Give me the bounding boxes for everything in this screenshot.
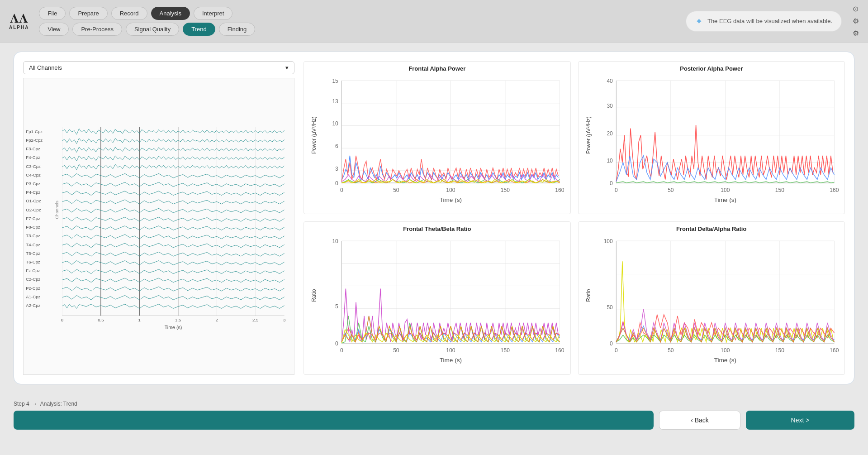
ai-message: The EEG data will be visualized when ava… xyxy=(707,18,832,24)
svg-text:F4-Cpz: F4-Cpz xyxy=(26,155,40,160)
svg-text:P4-Cpz: P4-Cpz xyxy=(26,190,40,195)
nav-btn-preprocess[interactable]: Pre-Process xyxy=(72,23,122,36)
ai-star-icon: ✦ xyxy=(695,16,703,27)
svg-text:0: 0 xyxy=(610,340,613,347)
nav-btn-analysis[interactable]: Analysis xyxy=(151,7,190,20)
svg-text:C4-Cpz: C4-Cpz xyxy=(26,172,41,177)
svg-text:160: 160 xyxy=(555,347,564,354)
nav-btn-finding[interactable]: Finding xyxy=(219,23,256,36)
nav-btn-interpret[interactable]: Interpret xyxy=(194,7,232,20)
chart-title-frontal-delta-alpha: Frontal Delta/Alpha Ratio xyxy=(676,225,746,232)
svg-text:10: 10 xyxy=(332,120,338,127)
svg-text:50: 50 xyxy=(607,304,613,311)
eeg-svg: Fp1-Cpz Fp2-Cpz F3-Cpz F4-Cpz C3-Cpz C4-… xyxy=(24,78,294,374)
svg-text:100: 100 xyxy=(446,187,455,193)
svg-text:Time (s): Time (s) xyxy=(165,325,182,330)
svg-text:Fp2-Cpz: Fp2-Cpz xyxy=(26,138,43,143)
svg-text:0: 0 xyxy=(61,317,63,322)
svg-text:3: 3 xyxy=(335,166,338,172)
svg-text:Fp1-Cpz: Fp1-Cpz xyxy=(26,129,43,134)
step-arrow-icon: → xyxy=(32,401,38,407)
svg-text:10: 10 xyxy=(607,158,613,164)
svg-text:0: 0 xyxy=(610,180,613,187)
nav-btn-record[interactable]: Record xyxy=(111,7,147,20)
svg-text:160: 160 xyxy=(830,347,839,354)
back-button[interactable]: ‹ Back xyxy=(659,411,740,430)
svg-text:100: 100 xyxy=(446,347,455,354)
svg-text:3: 3 xyxy=(283,317,285,322)
settings-icon-2[interactable]: ⚙ xyxy=(853,17,859,25)
chart-title-posterior-alpha: Posterior Alpha Power xyxy=(680,65,743,72)
svg-text:50: 50 xyxy=(393,187,399,193)
chart-svg-frontal-theta-beta: 0 5 10 0 50 100 150 160 Time (s) Ratio xyxy=(308,234,567,370)
svg-text:10: 10 xyxy=(332,238,338,244)
settings-icon-1[interactable]: ⊙ xyxy=(853,5,859,13)
svg-text:F3-Cpz: F3-Cpz xyxy=(26,146,40,151)
svg-text:160: 160 xyxy=(830,187,839,193)
logo-icon: 𝚲𝚲 xyxy=(10,12,28,25)
nav-btn-signal quality[interactable]: Signal Quality xyxy=(126,23,179,36)
svg-text:Power (μV²/Hz): Power (μV²/Hz) xyxy=(585,116,592,154)
nav-row-2: ViewPre-ProcessSignal QualityTrendFindin… xyxy=(39,23,255,36)
nav-row-1: FilePrepareRecordAnalysisInterpret xyxy=(39,7,255,20)
svg-text:50: 50 xyxy=(668,187,674,193)
svg-text:50: 50 xyxy=(668,347,674,354)
logo-text: ALPHA xyxy=(9,25,29,30)
svg-text:1: 1 xyxy=(138,317,141,322)
svg-text:150: 150 xyxy=(775,347,784,354)
svg-text:150: 150 xyxy=(501,347,510,354)
ai-badge: ✦ The EEG data will be visualized when a… xyxy=(686,11,842,32)
svg-text:Pz-Cpz: Pz-Cpz xyxy=(26,286,40,291)
next-button[interactable]: Next > xyxy=(746,411,854,430)
svg-text:160: 160 xyxy=(555,187,564,193)
svg-text:Channels: Channels xyxy=(54,201,59,219)
svg-rect-0 xyxy=(24,122,294,330)
chart-svg-frontal-alpha: 0 3 6 10 13 15 0 50 100 150 160 Time (s)… xyxy=(308,74,567,210)
svg-text:150: 150 xyxy=(501,187,510,193)
svg-text:O1-Cpz: O1-Cpz xyxy=(26,198,41,203)
chart-svg-frontal-delta-alpha: 0 50 100 0 50 100 150 160 Time (s) Ratio xyxy=(582,234,841,370)
svg-text:Ratio: Ratio xyxy=(585,289,592,302)
svg-text:C3-Cpz: C3-Cpz xyxy=(26,164,41,169)
svg-text:T6-Cpz: T6-Cpz xyxy=(26,259,40,264)
svg-text:Cz-Cpz: Cz-Cpz xyxy=(26,277,40,282)
svg-text:2.5: 2.5 xyxy=(252,317,258,322)
svg-text:T5-Cpz: T5-Cpz xyxy=(26,251,40,256)
svg-text:A1-Cpz: A1-Cpz xyxy=(26,294,40,299)
svg-text:F7-Cpz: F7-Cpz xyxy=(26,216,40,221)
step-label: Step 4 xyxy=(14,401,29,407)
svg-text:0: 0 xyxy=(340,347,343,354)
chart-frontal-delta-alpha: Frontal Delta/Alpha Ratio 0 50 100 xyxy=(578,221,845,374)
eeg-panel: All Channels ▾ xyxy=(23,61,294,375)
header: 𝚲𝚲 ALPHA FilePrepareRecordAnalysisInterp… xyxy=(0,0,868,43)
chevron-down-icon: ▾ xyxy=(285,64,289,71)
svg-rect-41 xyxy=(308,74,566,210)
svg-text:0: 0 xyxy=(335,180,338,187)
svg-text:O2-Cpz: O2-Cpz xyxy=(26,207,41,212)
svg-text:50: 50 xyxy=(393,347,399,354)
nav-rows: FilePrepareRecordAnalysisInterpret ViewP… xyxy=(39,7,255,36)
nav-btn-prepare[interactable]: Prepare xyxy=(69,7,107,20)
logo: 𝚲𝚲 ALPHA xyxy=(9,12,29,30)
eeg-chart-area: Fp1-Cpz Fp2-Cpz F3-Cpz F4-Cpz C3-Cpz C4-… xyxy=(23,78,294,375)
footer: Step 4 → Analysis: Trend ‹ Back Next > xyxy=(0,401,868,430)
progress-bar xyxy=(14,411,654,430)
nav-btn-trend[interactable]: Trend xyxy=(183,23,215,36)
nav-btn-file[interactable]: File xyxy=(39,7,66,20)
svg-text:20: 20 xyxy=(607,130,613,137)
svg-text:T3-Cpz: T3-Cpz xyxy=(26,233,40,238)
svg-text:150: 150 xyxy=(775,187,784,193)
svg-text:T4-Cpz: T4-Cpz xyxy=(26,242,40,247)
settings-icon-3[interactable]: ⚙ xyxy=(853,29,859,38)
channel-select[interactable]: All Channels ▾ xyxy=(23,61,294,74)
chart-title-frontal-theta-beta: Frontal Theta/Beta Ratio xyxy=(403,225,471,232)
svg-text:13: 13 xyxy=(332,98,338,105)
svg-text:30: 30 xyxy=(607,103,613,109)
main-content: All Channels ▾ xyxy=(0,43,868,393)
channel-select-label: All Channels xyxy=(29,64,62,71)
svg-text:15: 15 xyxy=(332,78,338,84)
svg-text:5: 5 xyxy=(335,304,338,310)
svg-text:Time (s): Time (s) xyxy=(440,357,462,364)
nav-btn-view[interactable]: View xyxy=(39,23,69,36)
svg-text:6: 6 xyxy=(335,143,338,149)
